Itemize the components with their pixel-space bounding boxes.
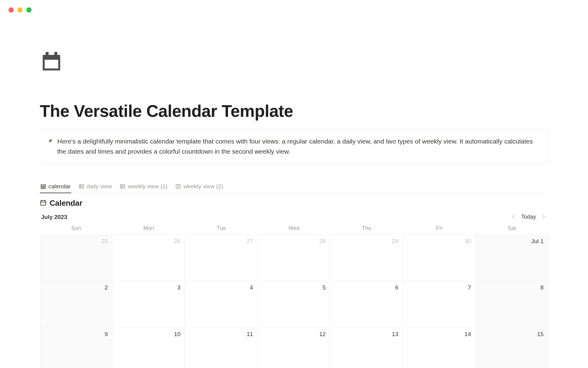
tab-calendar[interactable]: calendar [40, 181, 71, 193]
table-icon [120, 184, 125, 189]
calendar-day-cell[interactable]: 27 [185, 235, 258, 281]
calendar-day-cell[interactable]: 10 [112, 328, 185, 368]
calendar-outline-icon [40, 199, 47, 207]
tab-label: daily view [87, 183, 112, 190]
day-number: Jul 1 [531, 238, 544, 245]
minimize-window-button[interactable] [17, 7, 23, 13]
svg-rect-13 [120, 185, 125, 188]
calendar-day-cell[interactable]: 26 [112, 235, 185, 281]
day-number: 25 [101, 238, 108, 245]
day-number: 26 [174, 238, 180, 245]
day-number: 10 [174, 331, 180, 338]
day-header: Wed [258, 225, 330, 235]
calendar-day-cell[interactable]: 25 [40, 235, 112, 281]
day-number: 9 [105, 331, 108, 338]
day-number: 5 [322, 284, 326, 291]
tab-label: calendar [48, 183, 71, 190]
day-number: 27 [247, 238, 253, 245]
page-content: The Versatile Calendar Template Here's a… [0, 0, 588, 368]
calendar-day-cell[interactable]: 13 [330, 328, 403, 368]
day-header: Fri [403, 225, 476, 235]
day-header: Sun [40, 225, 112, 235]
section-title: Calendar [50, 199, 82, 208]
next-month-button[interactable] [540, 213, 547, 221]
calendar-icon [40, 68, 63, 73]
tab-weekly-view-1[interactable]: weekly view (1) [119, 181, 168, 193]
svg-rect-2 [46, 52, 49, 56]
day-number: 7 [468, 284, 471, 291]
window-controls [9, 7, 32, 13]
svg-rect-17 [176, 185, 181, 188]
page-icon[interactable] [40, 49, 548, 74]
svg-rect-1 [45, 60, 58, 69]
day-number: 11 [247, 331, 253, 338]
day-header: Tue [185, 225, 258, 235]
page-title[interactable]: The Versatile Calendar Template [40, 101, 548, 121]
calendar-day-cell[interactable]: 4 [185, 281, 258, 328]
calendar-grid-icon [40, 184, 46, 189]
day-number: 4 [250, 284, 253, 291]
calendar-week-row: 25 26 27 28 29 30 Jul 1 [40, 235, 548, 281]
calendar-day-cell[interactable]: 30 [403, 235, 476, 281]
calendar-grid: Sun Mon Tue Wed Thu Fri Sat 25 26 27 28 … [40, 225, 548, 368]
day-header: Mon [112, 225, 185, 235]
tab-label: weekly view (1) [128, 183, 168, 190]
calendar-week-row: 9 10 11 12 13 14 15 [40, 328, 548, 368]
calendar-day-cell[interactable]: 2 [40, 281, 112, 328]
svg-rect-9 [79, 185, 84, 188]
day-header: Thu [330, 225, 403, 235]
day-number: 3 [177, 284, 181, 291]
svg-rect-3 [55, 52, 58, 56]
day-number: 15 [537, 331, 544, 338]
section-header[interactable]: Calendar [40, 199, 548, 208]
tab-daily-view[interactable]: daily view [78, 181, 112, 193]
calendar-day-cell[interactable]: 5 [258, 281, 330, 328]
calendar-day-cell[interactable]: 28 [258, 235, 330, 281]
calendar-day-cell[interactable]: 7 [403, 281, 476, 328]
close-window-button[interactable] [9, 7, 14, 13]
svg-rect-20 [41, 201, 46, 205]
day-header: Sat [476, 225, 548, 235]
calendar-day-cell[interactable]: 6 [330, 281, 403, 328]
calendar-day-cell[interactable]: 8 [476, 281, 548, 328]
today-button[interactable]: Today [521, 214, 536, 220]
board-icon [175, 184, 181, 189]
day-number: 14 [465, 331, 471, 338]
day-number: 2 [105, 284, 108, 291]
prev-month-button[interactable] [510, 213, 517, 221]
day-number: 13 [392, 331, 398, 338]
calendar-week-row: 2 3 4 5 6 7 8 [40, 281, 548, 328]
svg-rect-4 [41, 185, 46, 189]
maximize-window-button[interactable] [26, 7, 32, 13]
calendar-day-cell[interactable]: 11 [185, 328, 258, 368]
day-number: 29 [392, 238, 398, 245]
calendar-day-cell[interactable]: 3 [112, 281, 185, 328]
calendar-day-headers: Sun Mon Tue Wed Thu Fri Sat [40, 225, 548, 235]
callout-block[interactable]: Here's a delightfully minimalistic calen… [40, 129, 548, 163]
calendar-day-cell[interactable]: 14 [403, 328, 476, 368]
calendar-day-cell[interactable]: 29 [330, 235, 403, 281]
tab-label: weekly view (2) [183, 183, 223, 190]
view-tabs: calendar daily view weekly view (1) week… [40, 181, 548, 193]
calendar-day-cell[interactable]: 12 [258, 328, 330, 368]
day-number: 28 [319, 238, 326, 245]
table-icon [79, 184, 84, 189]
month-label: July 2023 [41, 214, 67, 220]
tab-weekly-view-2[interactable]: weekly view (2) [175, 181, 224, 193]
day-number: 8 [540, 284, 544, 291]
day-number: 6 [395, 284, 398, 291]
calendar-day-cell[interactable]: 15 [476, 328, 548, 368]
pin-icon [47, 136, 53, 156]
calendar-toolbar: July 2023 Today [40, 213, 548, 221]
calendar-nav: Today [510, 213, 547, 221]
calendar-day-cell[interactable]: Jul 1 [476, 235, 548, 281]
day-number: 12 [319, 331, 326, 338]
calendar-day-cell[interactable]: 9 [40, 328, 112, 368]
day-number: 30 [465, 238, 471, 245]
app-window: The Versatile Calendar Template Here's a… [0, 0, 588, 368]
callout-text: Here's a delightfully minimalistic calen… [57, 136, 541, 156]
